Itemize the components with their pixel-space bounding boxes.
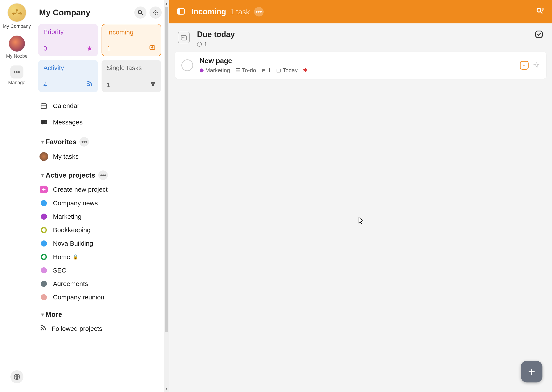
project-item[interactable]: Agreements bbox=[38, 277, 161, 291]
project-item-label: SEO bbox=[53, 267, 67, 274]
project-color-dot bbox=[41, 200, 47, 206]
caret-down-icon: ▾ bbox=[41, 312, 44, 318]
due-today-title: Due today bbox=[197, 30, 535, 39]
favorite-mytasks[interactable]: My tasks bbox=[38, 149, 161, 164]
more-header[interactable]: ▾ More bbox=[38, 304, 161, 321]
scrollbar-thumb[interactable] bbox=[165, 7, 168, 332]
topbar-subtitle: 1 task bbox=[230, 7, 250, 16]
topbar: Incoming 1 task ••• bbox=[169, 0, 552, 23]
search-button[interactable] bbox=[134, 7, 146, 19]
nav-calendar[interactable]: Calendar bbox=[38, 98, 161, 114]
manage-label: Manage bbox=[8, 80, 26, 85]
gear-icon bbox=[152, 9, 159, 16]
filter-button[interactable] bbox=[536, 7, 545, 17]
project-item[interactable]: SEO bbox=[38, 264, 161, 277]
star-icon: ★ bbox=[86, 44, 93, 52]
workspace-label: My Company bbox=[3, 23, 31, 29]
task-comments: 1 bbox=[268, 67, 271, 74]
project-color-dot bbox=[41, 294, 47, 300]
plus-icon: + bbox=[40, 186, 48, 193]
create-project-button[interactable]: + Create new project bbox=[38, 182, 161, 196]
incoming-card[interactable]: Incoming 1 bbox=[101, 24, 161, 56]
project-item[interactable]: Company reunion bbox=[38, 291, 161, 304]
task-due: Today bbox=[283, 67, 298, 74]
task-row[interactable]: New page Marketing ☰To-do 1 Today ✱ ✓ ☆ bbox=[175, 52, 546, 79]
sidebar: ▴ ▾ My Company Priority 0 ★ Incoming 1 bbox=[34, 0, 169, 392]
project-color-dot bbox=[41, 254, 47, 260]
singletasks-card[interactable]: Single tasks 1 bbox=[101, 60, 161, 92]
personal-label: My Nozbe bbox=[6, 53, 28, 59]
search-icon bbox=[137, 9, 144, 16]
workspace-avatar[interactable] bbox=[8, 3, 26, 22]
priority-card-title: Priority bbox=[43, 28, 93, 35]
project-item[interactable]: Marketing bbox=[38, 210, 161, 223]
svg-point-13 bbox=[43, 122, 43, 123]
task-checkbox[interactable] bbox=[181, 59, 193, 71]
priority-card[interactable]: Priority 0 ★ bbox=[38, 24, 98, 56]
nav-messages-label: Messages bbox=[53, 119, 83, 126]
activity-card[interactable]: Activity 4 bbox=[38, 60, 98, 92]
singletasks-card-count: 1 bbox=[107, 81, 110, 88]
complete-all-button[interactable] bbox=[535, 30, 543, 39]
project-item-label: Company news bbox=[53, 199, 98, 207]
favorites-header[interactable]: ▾ Favorites ••• bbox=[38, 131, 161, 149]
task-star-button[interactable]: ☆ bbox=[533, 61, 540, 70]
messages-icon bbox=[39, 118, 49, 127]
globe-button[interactable] bbox=[10, 370, 23, 383]
add-task-fab[interactable]: + bbox=[521, 361, 542, 382]
toggle-sidebar-button[interactable] bbox=[177, 7, 185, 16]
sidebar-nav: Calendar Messages ▾ Favorites ••• My tas… bbox=[34, 92, 169, 336]
sidebar-scrollbar[interactable]: ▴ ▾ bbox=[164, 0, 169, 392]
svg-line-20 bbox=[540, 12, 542, 14]
followed-projects-label: Followed projects bbox=[52, 325, 102, 332]
svg-point-24 bbox=[182, 37, 183, 38]
settings-button[interactable] bbox=[150, 7, 162, 19]
topbar-menu-button[interactable]: ••• bbox=[254, 7, 264, 16]
favorites-menu-button[interactable]: ••• bbox=[79, 137, 89, 147]
due-calendar-icon bbox=[178, 32, 190, 43]
lock-icon: 🔒 bbox=[72, 254, 78, 260]
activity-card-title: Activity bbox=[43, 64, 93, 71]
project-item-label: Nova Building bbox=[53, 240, 93, 247]
nav-messages[interactable]: Messages bbox=[38, 114, 161, 131]
scroll-up-arrow[interactable]: ▴ bbox=[164, 1, 169, 6]
project-color-dot bbox=[41, 281, 47, 287]
rss-icon bbox=[39, 324, 47, 333]
personal-avatar[interactable] bbox=[9, 35, 25, 52]
manage-button[interactable]: ••• bbox=[10, 65, 23, 78]
project-color-dot bbox=[200, 69, 204, 72]
svg-point-6 bbox=[151, 82, 153, 84]
active-projects-header[interactable]: ▾ Active projects ••• bbox=[38, 164, 161, 182]
project-color-dot bbox=[41, 240, 47, 246]
svg-point-3 bbox=[155, 12, 157, 14]
project-item[interactable]: Home🔒 bbox=[38, 250, 161, 264]
priority-flag-icon: ✱ bbox=[303, 67, 308, 74]
incoming-card-count: 1 bbox=[107, 44, 111, 52]
more-header-label: More bbox=[46, 310, 62, 319]
incoming-card-title: Incoming bbox=[107, 29, 156, 36]
priority-card-count: 0 bbox=[43, 45, 47, 52]
svg-point-25 bbox=[183, 37, 184, 38]
comment-icon bbox=[261, 68, 266, 73]
active-projects-menu-button[interactable]: ••• bbox=[98, 170, 108, 180]
project-item[interactable]: Bookkeeping bbox=[38, 223, 161, 237]
task-quick-complete[interactable]: ✓ bbox=[520, 61, 529, 70]
sidebar-title: My Company bbox=[39, 8, 131, 17]
mouse-cursor bbox=[358, 217, 364, 225]
main-panel: Incoming 1 task ••• Due today 1 New page bbox=[169, 0, 552, 392]
project-item-label: Bookkeeping bbox=[53, 226, 91, 234]
scroll-down-arrow[interactable]: ▾ bbox=[164, 386, 169, 391]
caret-down-icon: ▾ bbox=[41, 172, 44, 178]
singletasks-card-title: Single tasks bbox=[107, 64, 156, 71]
topbar-title: Incoming bbox=[191, 7, 226, 16]
user-avatar-icon bbox=[39, 152, 48, 161]
svg-point-1 bbox=[138, 10, 142, 14]
inbox-icon bbox=[149, 44, 156, 52]
followed-projects[interactable]: Followed projects bbox=[38, 321, 161, 336]
project-item[interactable]: Company news bbox=[38, 196, 161, 210]
svg-line-2 bbox=[141, 14, 143, 15]
project-item[interactable]: Nova Building bbox=[38, 237, 161, 250]
create-project-label: Create new project bbox=[53, 186, 108, 193]
date-icon bbox=[276, 68, 281, 73]
people-icon bbox=[12, 7, 22, 18]
